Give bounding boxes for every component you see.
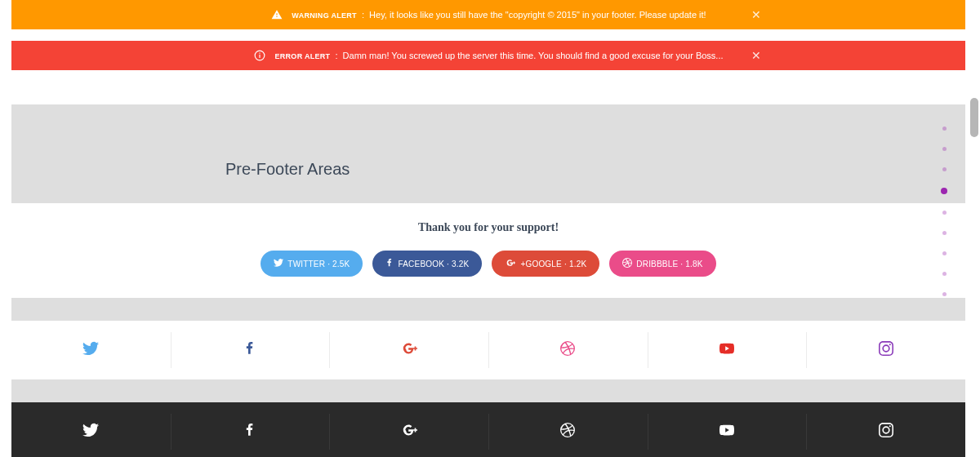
twitter-icon <box>82 422 99 441</box>
twitter-icon <box>82 340 99 360</box>
google-button[interactable]: +GOOGLE · 1.2K <box>492 251 599 277</box>
alert-warning-close-icon[interactable]: ✕ <box>751 8 761 21</box>
youtube-icon <box>718 423 736 441</box>
google-plus-icon <box>400 340 418 360</box>
dribbble-link[interactable] <box>488 321 648 379</box>
dribbble-icon <box>560 423 575 441</box>
facebook-link[interactable] <box>171 402 330 457</box>
instagram-link[interactable] <box>806 321 965 379</box>
youtube-link[interactable] <box>648 402 807 457</box>
support-band: Thank you for your support! TWITTER · 2.… <box>11 203 965 298</box>
svg-rect-1 <box>260 55 261 58</box>
error-info-icon <box>253 49 266 62</box>
svg-rect-2 <box>260 53 261 54</box>
facebook-icon <box>243 340 256 360</box>
alert-error-body: ERROR ALERT : Damn man! You screwed up t… <box>274 51 723 60</box>
scrollbar-thumb[interactable] <box>970 98 978 137</box>
dribbble-icon <box>560 341 575 359</box>
facebook-link[interactable] <box>171 321 330 379</box>
twitter-button-label: TWITTER · 2.5K <box>287 260 350 268</box>
pager-dot[interactable] <box>942 272 947 276</box>
pager-dot[interactable] <box>941 188 947 194</box>
youtube-icon <box>718 341 736 359</box>
alert-error-sep: : <box>335 51 337 60</box>
pager-dot[interactable] <box>942 167 947 171</box>
alert-error-label: ERROR ALERT <box>274 52 330 60</box>
google-plus-icon <box>400 422 418 441</box>
dribbble-button[interactable]: DRIBBBLE · 1.8K <box>609 251 715 277</box>
dribbble-button-label: DRIBBBLE · 1.8K <box>636 260 702 268</box>
pager-dot[interactable] <box>942 126 947 131</box>
google-plus-icon <box>505 258 516 269</box>
instagram-icon <box>879 423 893 441</box>
facebook-icon <box>243 422 256 441</box>
twitter-link[interactable] <box>11 321 171 379</box>
social-icon-row-dark <box>11 402 965 457</box>
alert-warning-message: Hey, it looks like you still have the "c… <box>369 10 706 20</box>
pager-dot[interactable] <box>942 231 947 235</box>
support-title: Thank you for your support! <box>11 221 965 234</box>
twitter-link[interactable] <box>11 402 171 457</box>
instagram-icon <box>879 341 893 359</box>
alert-warning: WARNING ALERT : Hey, it looks like you s… <box>11 0 965 29</box>
alert-error-message: Damn man! You screwed up the server this… <box>343 51 724 60</box>
dribbble-icon <box>622 258 632 269</box>
section-pager <box>942 126 948 296</box>
google-link[interactable] <box>329 402 488 457</box>
google-button-label: +GOOGLE · 1.2K <box>520 260 586 268</box>
social-icon-row-light <box>11 321 965 379</box>
facebook-icon <box>385 258 394 269</box>
instagram-link[interactable] <box>806 402 965 457</box>
google-link[interactable] <box>329 321 488 379</box>
pager-dot[interactable] <box>942 292 947 296</box>
pager-dot[interactable] <box>942 251 947 255</box>
pager-dot[interactable] <box>942 211 947 215</box>
pager-dot[interactable] <box>942 147 947 151</box>
youtube-link[interactable] <box>648 321 807 379</box>
social-pill-row: TWITTER · 2.5K FACEBOOK · 3.2K +GOOGLE ·… <box>261 251 715 277</box>
alert-warning-sep: : <box>362 10 364 20</box>
alert-error: ERROR ALERT : Damn man! You screwed up t… <box>11 41 965 70</box>
dribbble-link[interactable] <box>488 402 648 457</box>
alert-warning-label: WARNING ALERT <box>292 11 357 20</box>
twitter-button[interactable]: TWITTER · 2.5K <box>261 251 363 277</box>
alert-warning-body: WARNING ALERT : Hey, it looks like you s… <box>292 10 706 20</box>
facebook-button-label: FACEBOOK · 3.2K <box>398 260 469 268</box>
warning-triangle-icon <box>270 8 283 21</box>
section-title: Pre-Footer Areas <box>11 160 965 179</box>
facebook-button[interactable]: FACEBOOK · 3.2K <box>372 251 482 277</box>
twitter-icon <box>274 258 283 269</box>
alert-error-close-icon[interactable]: ✕ <box>751 49 761 62</box>
